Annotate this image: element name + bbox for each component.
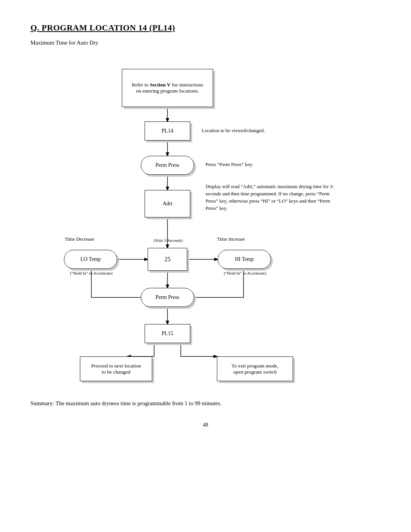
perm-press-2-box: Perm Press <box>141 288 194 307</box>
perm-press-2-label: Perm Press <box>156 294 180 300</box>
wait-label: (Wait 3-Seconds) <box>138 238 199 243</box>
lo-temp-box: LO Temp <box>64 250 117 269</box>
page-title: Q. PROGRAM LOCATION 14 (PL14) <box>30 23 381 33</box>
adrt-label: Adrt <box>162 201 172 207</box>
value-25-box: 25 <box>148 248 187 271</box>
hi-temp-label: HI Temp <box>235 256 254 262</box>
refer-box: Refer to Section V for instructionson en… <box>122 69 213 107</box>
exit-box: To exit program mode,open program switch <box>217 356 293 381</box>
subtitle: Maximum Time for Auto Dry <box>30 40 381 46</box>
time-increase-label: Time Increase <box>217 236 245 243</box>
proceed-label: Proceed to next locationto be changed <box>91 363 141 375</box>
pl15-label: PL15 <box>162 331 173 337</box>
pl14-box: PL14 <box>145 121 190 141</box>
lo-temp-label: LO Temp <box>80 256 101 262</box>
perm-press-1-annotation: Press “Perm Press” key. <box>206 161 253 168</box>
time-decrease-label: Time Decrease <box>65 236 94 243</box>
hold-in-right: (“Hold In” to Accelerate) <box>215 271 276 275</box>
hi-temp-box: HI Temp <box>218 250 271 269</box>
page-number: 48 <box>30 422 381 428</box>
pl15-box: PL15 <box>145 324 190 343</box>
adrt-box: Adrt <box>145 190 190 217</box>
pl14-label: PL14 <box>162 128 173 134</box>
perm-press-1-box: Perm Press <box>141 156 194 175</box>
perm-press-1-label: Perm Press <box>156 162 180 168</box>
hold-in-left: (“Hold In” to Accelerate) <box>61 271 122 275</box>
refer-text: Refer to Section V for instructionson en… <box>132 82 203 94</box>
exit-label: To exit program mode,open program switch <box>231 363 279 375</box>
proceed-box: Proceed to next locationto be changed <box>80 356 152 381</box>
value-25-label: 25 <box>164 256 170 263</box>
summary: Summary: The maximum auto dryness time i… <box>30 400 381 407</box>
pl14-annotation: Location to be viewed/changed. <box>202 127 265 134</box>
adrt-annotation: Display will read “Adrt,” automatic maxi… <box>206 183 335 212</box>
flowchart: Refer to Section V for instructionson en… <box>42 58 369 389</box>
